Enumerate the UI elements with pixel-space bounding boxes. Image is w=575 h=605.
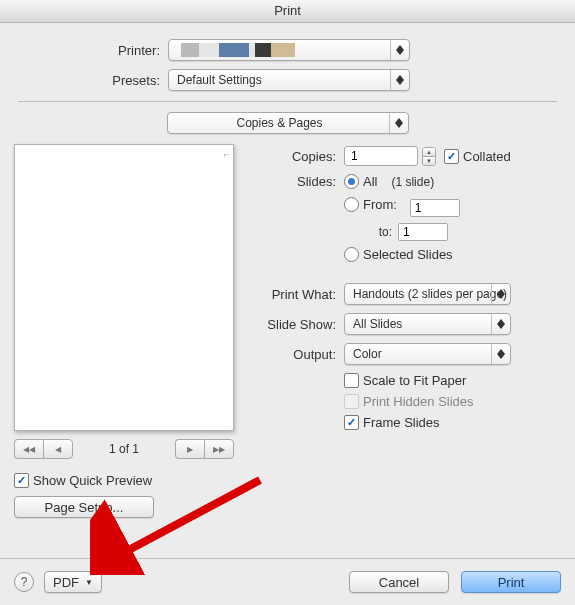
slideshow-label: Slide Show: (256, 317, 344, 332)
slideshow-select[interactable]: All Slides (344, 313, 511, 335)
page-last-button[interactable]: ▶▶ (204, 439, 234, 459)
radio-icon (344, 247, 359, 262)
print-label: Print (498, 575, 525, 590)
hidden-label: Print Hidden Slides (363, 394, 474, 409)
dropdown-triangle-icon: ▼ (85, 578, 93, 587)
page-setup-button[interactable]: Page Setup... (14, 496, 154, 518)
help-icon: ? (21, 575, 28, 589)
printer-label: Printer: (0, 43, 168, 58)
section-value: Copies & Pages (168, 113, 408, 133)
slides-from-label: From: (363, 197, 397, 212)
frame-checkbox[interactable]: Frame Slides (344, 415, 561, 430)
stepper-up-icon: ▲ (423, 148, 435, 157)
output-value: Color (345, 344, 406, 364)
preview-page: ⌐ (14, 144, 234, 431)
slides-from-radio[interactable]: From: (344, 197, 397, 212)
radio-icon (344, 197, 359, 212)
section-select[interactable]: Copies & Pages (167, 112, 409, 134)
quick-preview-checkbox[interactable]: Show Quick Preview (14, 473, 152, 488)
printer-select[interactable] (168, 39, 410, 61)
printer-name-redacted (181, 43, 301, 57)
pdf-menu-button[interactable]: PDF ▼ (44, 571, 102, 593)
checkbox-icon (344, 394, 359, 409)
checkbox-icon (14, 473, 29, 488)
slides-selected-radio[interactable]: Selected Slides (344, 247, 453, 262)
cancel-button[interactable]: Cancel (349, 571, 449, 593)
to-label: to: (344, 225, 398, 239)
checkbox-icon (444, 149, 459, 164)
scale-checkbox[interactable]: Scale to Fit Paper (344, 373, 561, 388)
copies-input[interactable] (344, 146, 418, 166)
stepper-down-icon: ▼ (423, 157, 435, 165)
dropdown-arrows-icon (491, 344, 510, 364)
cancel-label: Cancel (379, 575, 419, 590)
copies-stepper[interactable]: ▲ ▼ (422, 147, 436, 166)
copies-label: Copies: (256, 149, 344, 164)
radio-icon (344, 174, 359, 189)
printwhat-select[interactable]: Handouts (2 slides per page) (344, 283, 511, 305)
slides-selected-label: Selected Slides (363, 247, 453, 262)
hidden-checkbox: Print Hidden Slides (344, 394, 561, 409)
page-next-button[interactable]: ▶ (175, 439, 204, 459)
slides-all-radio[interactable]: All (344, 174, 377, 189)
dropdown-arrows-icon (491, 314, 510, 334)
to-input[interactable] (398, 223, 448, 241)
page-first-button[interactable]: ◀◀ (14, 439, 43, 459)
collated-label: Collated (463, 149, 511, 164)
help-button[interactable]: ? (14, 572, 34, 592)
printwhat-value: Handouts (2 slides per page) (345, 284, 510, 304)
svg-marker-1 (396, 50, 404, 55)
svg-marker-11 (497, 354, 505, 359)
slideshow-value: All Slides (345, 314, 426, 334)
page-prev-button[interactable]: ◀ (43, 439, 73, 459)
dropdown-arrows-icon (390, 70, 409, 90)
svg-marker-7 (497, 294, 505, 299)
dialog-title: Print (0, 0, 575, 23)
checkbox-icon (344, 373, 359, 388)
quick-preview-label: Show Quick Preview (33, 473, 152, 488)
dropdown-arrows-icon (491, 284, 510, 304)
presets-select[interactable]: Default Settings (168, 69, 410, 91)
slides-label: Slides: (256, 174, 344, 189)
page-setup-label: Page Setup... (45, 500, 124, 515)
slides-all-label: All (363, 174, 377, 189)
slide-count: (1 slide) (391, 175, 434, 189)
collated-checkbox[interactable]: Collated (444, 149, 511, 164)
frame-label: Frame Slides (363, 415, 440, 430)
scale-label: Scale to Fit Paper (363, 373, 466, 388)
checkbox-icon (344, 415, 359, 430)
dropdown-arrows-icon (390, 40, 409, 60)
page-indicator: 1 of 1 (109, 442, 139, 456)
svg-marker-5 (395, 123, 403, 128)
presets-value: Default Settings (169, 70, 286, 90)
printwhat-label: Print What: (256, 287, 344, 302)
from-input[interactable] (410, 199, 460, 217)
pdf-label: PDF (53, 575, 79, 590)
dropdown-arrows-icon (389, 113, 408, 133)
output-select[interactable]: Color (344, 343, 511, 365)
svg-marker-3 (396, 80, 404, 85)
output-label: Output: (256, 347, 344, 362)
print-button[interactable]: Print (461, 571, 561, 593)
svg-marker-9 (497, 324, 505, 329)
presets-label: Presets: (0, 73, 168, 88)
